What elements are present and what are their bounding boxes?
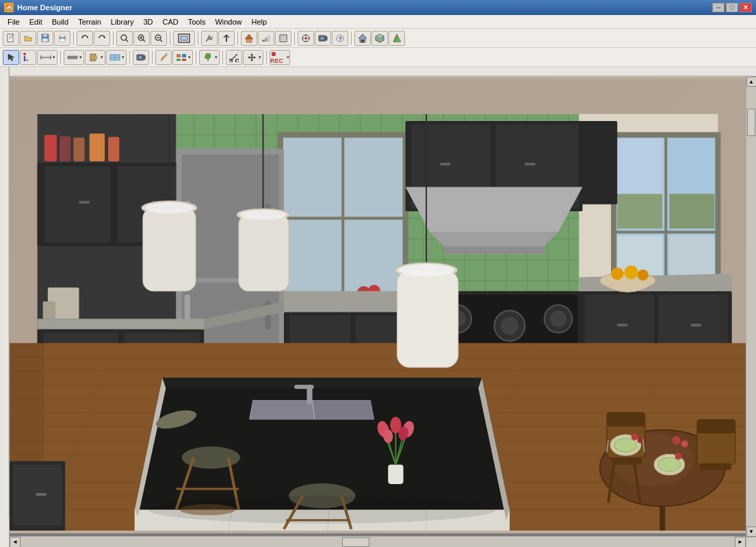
new-button[interactable] xyxy=(3,31,19,46)
svg-line-15 xyxy=(143,40,145,42)
svg-rect-266 xyxy=(239,215,289,291)
menu-build[interactable]: Build xyxy=(47,16,73,27)
open-button[interactable] xyxy=(20,31,36,46)
canvas-wrapper[interactable] xyxy=(10,77,746,533)
redo-button[interactable] xyxy=(94,31,110,46)
window-tool-button[interactable]: ▾ xyxy=(106,50,127,65)
vscroll-down-button[interactable]: ▼ xyxy=(746,526,757,537)
print-button[interactable] xyxy=(54,31,70,46)
window-controls: ─ □ ✕ xyxy=(712,3,752,12)
svg-rect-150 xyxy=(108,137,119,161)
zoom-in-button[interactable] xyxy=(133,31,150,46)
move-tool-button[interactable]: ▾ xyxy=(243,50,263,65)
roofline-button[interactable] xyxy=(241,31,257,46)
svg-rect-68 xyxy=(177,54,181,57)
trim-tool-button[interactable] xyxy=(226,50,242,65)
svg-rect-136 xyxy=(44,166,110,243)
horizontal-scrollbar[interactable]: ◄ ► xyxy=(10,536,746,547)
minimize-button[interactable]: ─ xyxy=(712,3,725,12)
sep1 xyxy=(73,31,74,45)
menu-help[interactable]: Help xyxy=(247,16,272,27)
menu-terrain[interactable]: Terrain xyxy=(73,16,106,27)
svg-point-72 xyxy=(205,53,211,59)
sep-t2-4 xyxy=(196,51,196,64)
svg-rect-128 xyxy=(617,194,662,229)
sep4 xyxy=(198,31,198,45)
fit-view-button[interactable] xyxy=(173,31,195,46)
svg-rect-298 xyxy=(701,463,731,470)
svg-rect-127 xyxy=(669,138,714,194)
maximize-button[interactable]: □ xyxy=(726,3,738,12)
svg-rect-148 xyxy=(73,137,84,161)
svg-rect-249 xyxy=(388,464,403,483)
menu-edit[interactable]: Edit xyxy=(25,16,47,27)
svg-rect-60 xyxy=(90,54,95,61)
hscroll-left-button[interactable]: ◄ xyxy=(10,537,21,548)
polygon-tool-button[interactable] xyxy=(20,50,36,65)
menu-3d[interactable]: 3D xyxy=(138,16,157,27)
vertical-scrollbar[interactable]: ▲ ▼ xyxy=(746,77,756,537)
snap-button[interactable] xyxy=(298,31,314,46)
canvas-area[interactable]: ▲ ▼ ◄ ► xyxy=(10,67,756,547)
svg-rect-160 xyxy=(443,246,544,254)
svg-rect-287 xyxy=(611,457,642,464)
zoom-out-button[interactable] xyxy=(151,31,167,46)
app-title: Home Designer xyxy=(17,3,712,12)
svg-rect-248 xyxy=(294,385,313,389)
house-view-button[interactable] xyxy=(354,31,371,46)
svg-rect-175 xyxy=(43,302,55,319)
vscroll-up-button[interactable]: ▲ xyxy=(746,77,757,87)
svg-point-300 xyxy=(658,457,680,471)
menu-library[interactable]: Library xyxy=(106,16,139,27)
toolbar-arrow2[interactable] xyxy=(218,31,235,46)
material-tool-button[interactable]: ▾ xyxy=(172,50,193,65)
svg-point-44 xyxy=(321,37,324,40)
toolbar-arrow1[interactable] xyxy=(201,31,218,46)
3d-view-button[interactable] xyxy=(372,31,388,46)
sep5 xyxy=(237,31,238,45)
svg-point-12 xyxy=(121,35,127,40)
camera3d-button[interactable] xyxy=(315,31,331,46)
sep-t2-2 xyxy=(129,51,130,64)
svg-rect-6 xyxy=(42,38,48,42)
stair-button[interactable] xyxy=(258,31,274,46)
select-tool-button[interactable] xyxy=(3,50,19,65)
paint-tool-button[interactable] xyxy=(155,50,172,65)
menu-window[interactable]: Window xyxy=(210,16,246,27)
svg-point-304 xyxy=(148,496,496,524)
sep6 xyxy=(294,31,295,45)
undo-button[interactable] xyxy=(77,31,93,46)
save-button[interactable] xyxy=(37,31,53,46)
dimension-tool-button[interactable]: ▾ xyxy=(37,50,57,65)
vscroll-thumb[interactable] xyxy=(747,109,755,136)
zoom-magnify-button[interactable] xyxy=(116,31,133,46)
top-ruler xyxy=(10,67,756,77)
svg-rect-144 xyxy=(525,163,535,165)
svg-rect-147 xyxy=(60,136,70,161)
door-tool-button[interactable]: ▾ xyxy=(85,50,105,65)
record-button[interactable]: ⏺ REC ▾ xyxy=(270,50,290,65)
svg-rect-9 xyxy=(60,39,65,42)
plant-tool-button[interactable]: ▾ xyxy=(199,50,220,65)
floor-button[interactable] xyxy=(275,31,291,46)
close-button[interactable]: ✕ xyxy=(740,3,752,12)
hscroll-right-button[interactable]: ► xyxy=(735,537,746,548)
hscroll-thumb[interactable] xyxy=(342,537,369,547)
svg-marker-81 xyxy=(254,56,256,59)
sep-t2-1 xyxy=(60,51,61,64)
help-button[interactable]: ? xyxy=(332,31,348,46)
camera-tool-button[interactable] xyxy=(133,50,149,65)
vscroll-track[interactable] xyxy=(746,87,756,526)
hscroll-track[interactable] xyxy=(21,537,735,547)
menu-file[interactable]: File xyxy=(3,16,25,27)
left-ruler xyxy=(0,67,10,547)
svg-rect-48 xyxy=(361,40,364,42)
svg-point-267 xyxy=(240,210,286,219)
menu-tools[interactable]: Tools xyxy=(183,16,211,27)
terrain-view-button[interactable] xyxy=(389,31,405,46)
sep7 xyxy=(351,31,352,45)
wall-tool-button[interactable]: ▾ xyxy=(64,50,84,65)
menu-cad[interactable]: CAD xyxy=(157,16,183,27)
svg-rect-138 xyxy=(79,201,90,204)
svg-line-19 xyxy=(160,40,162,42)
